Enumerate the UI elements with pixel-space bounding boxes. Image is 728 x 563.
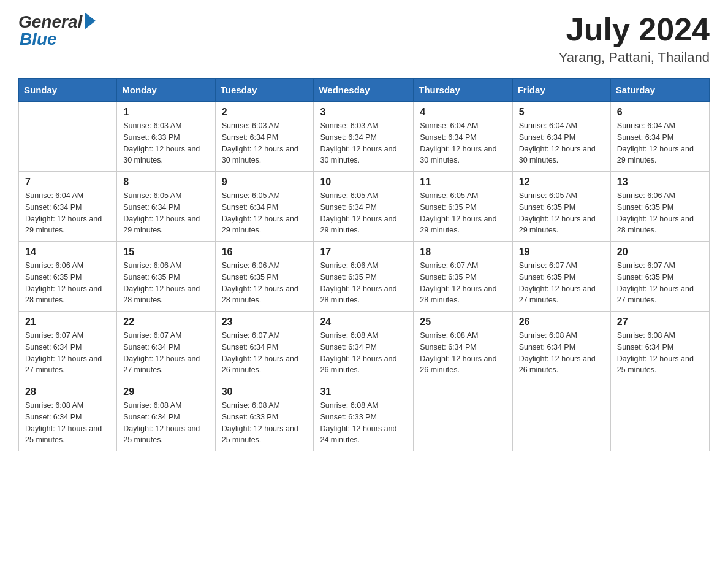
day-info: Sunrise: 6:04 AMSunset: 6:34 PMDaylight:… <box>617 120 703 166</box>
day-number: 4 <box>420 107 506 118</box>
calendar-week-row: 28Sunrise: 6:08 AMSunset: 6:34 PMDayligh… <box>19 381 710 451</box>
day-info: Sunrise: 6:08 AMSunset: 6:34 PMDaylight:… <box>420 330 506 376</box>
calendar-cell: 4Sunrise: 6:04 AMSunset: 6:34 PMDaylight… <box>414 102 512 172</box>
day-number: 26 <box>519 316 604 327</box>
day-info: Sunrise: 6:06 AMSunset: 6:35 PMDaylight:… <box>222 260 308 306</box>
day-number: 30 <box>222 386 308 397</box>
logo: General Blue <box>18 12 96 49</box>
day-info: Sunrise: 6:07 AMSunset: 6:34 PMDaylight:… <box>222 330 308 376</box>
day-info: Sunrise: 6:06 AMSunset: 6:35 PMDaylight:… <box>123 260 208 306</box>
calendar-cell <box>414 381 512 451</box>
calendar-cell <box>610 381 709 451</box>
calendar-cell: 6Sunrise: 6:04 AMSunset: 6:34 PMDaylight… <box>610 102 709 172</box>
day-info: Sunrise: 6:05 AMSunset: 6:35 PMDaylight:… <box>420 190 506 236</box>
calendar-cell: 5Sunrise: 6:04 AMSunset: 6:34 PMDaylight… <box>512 102 610 172</box>
day-number: 20 <box>617 247 703 258</box>
day-info: Sunrise: 6:06 AMSunset: 6:35 PMDaylight:… <box>320 260 407 306</box>
calendar-cell: 9Sunrise: 6:05 AMSunset: 6:34 PMDaylight… <box>215 172 314 242</box>
calendar-header-thursday: Thursday <box>414 79 512 102</box>
day-info: Sunrise: 6:08 AMSunset: 6:33 PMDaylight:… <box>222 400 308 446</box>
calendar-cell: 31Sunrise: 6:08 AMSunset: 6:33 PMDayligh… <box>314 381 414 451</box>
calendar-cell: 20Sunrise: 6:07 AMSunset: 6:35 PMDayligh… <box>610 242 709 312</box>
calendar-cell: 15Sunrise: 6:06 AMSunset: 6:35 PMDayligh… <box>117 242 215 312</box>
day-number: 5 <box>519 107 604 118</box>
calendar-header-tuesday: Tuesday <box>215 79 314 102</box>
logo-blue-text: Blue <box>18 29 57 49</box>
day-number: 24 <box>320 316 407 327</box>
calendar-cell: 21Sunrise: 6:07 AMSunset: 6:34 PMDayligh… <box>19 312 117 381</box>
calendar-cell: 22Sunrise: 6:07 AMSunset: 6:34 PMDayligh… <box>117 312 215 381</box>
logo-arrow-icon <box>85 12 96 29</box>
calendar-week-row: 1Sunrise: 6:03 AMSunset: 6:33 PMDaylight… <box>19 102 710 172</box>
calendar-cell <box>512 381 610 451</box>
day-info: Sunrise: 6:07 AMSunset: 6:34 PMDaylight:… <box>123 330 208 376</box>
calendar-cell: 30Sunrise: 6:08 AMSunset: 6:33 PMDayligh… <box>215 381 314 451</box>
calendar-cell: 8Sunrise: 6:05 AMSunset: 6:34 PMDaylight… <box>117 172 215 242</box>
calendar-cell: 1Sunrise: 6:03 AMSunset: 6:33 PMDaylight… <box>117 102 215 172</box>
day-number: 19 <box>519 247 604 258</box>
day-number: 9 <box>222 177 308 188</box>
day-info: Sunrise: 6:05 AMSunset: 6:35 PMDaylight:… <box>519 190 604 236</box>
day-info: Sunrise: 6:05 AMSunset: 6:34 PMDaylight:… <box>123 190 208 236</box>
calendar-cell: 18Sunrise: 6:07 AMSunset: 6:35 PMDayligh… <box>414 242 512 312</box>
day-number: 1 <box>123 107 208 118</box>
day-number: 23 <box>222 316 308 327</box>
calendar-week-row: 14Sunrise: 6:06 AMSunset: 6:35 PMDayligh… <box>19 242 710 312</box>
calendar-week-row: 7Sunrise: 6:04 AMSunset: 6:34 PMDaylight… <box>19 172 710 242</box>
calendar-cell: 14Sunrise: 6:06 AMSunset: 6:35 PMDayligh… <box>19 242 117 312</box>
calendar-header-sunday: Sunday <box>19 79 117 102</box>
day-info: Sunrise: 6:08 AMSunset: 6:34 PMDaylight:… <box>320 330 407 376</box>
day-number: 22 <box>123 316 208 327</box>
day-info: Sunrise: 6:08 AMSunset: 6:34 PMDaylight:… <box>617 330 703 376</box>
day-info: Sunrise: 6:03 AMSunset: 6:33 PMDaylight:… <box>123 120 208 166</box>
calendar-cell: 2Sunrise: 6:03 AMSunset: 6:34 PMDaylight… <box>215 102 314 172</box>
calendar-cell: 29Sunrise: 6:08 AMSunset: 6:34 PMDayligh… <box>117 381 215 451</box>
day-info: Sunrise: 6:08 AMSunset: 6:33 PMDaylight:… <box>320 400 407 446</box>
page-header: General Blue July 2024 Yarang, Pattani, … <box>18 12 710 66</box>
calendar-cell: 24Sunrise: 6:08 AMSunset: 6:34 PMDayligh… <box>314 312 414 381</box>
day-info: Sunrise: 6:04 AMSunset: 6:34 PMDaylight:… <box>519 120 604 166</box>
day-info: Sunrise: 6:06 AMSunset: 6:35 PMDaylight:… <box>25 260 110 306</box>
day-number: 12 <box>519 177 604 188</box>
day-info: Sunrise: 6:08 AMSunset: 6:34 PMDaylight:… <box>519 330 604 376</box>
calendar-cell: 10Sunrise: 6:05 AMSunset: 6:34 PMDayligh… <box>314 172 414 242</box>
day-info: Sunrise: 6:05 AMSunset: 6:34 PMDaylight:… <box>320 190 407 236</box>
day-info: Sunrise: 6:06 AMSunset: 6:35 PMDaylight:… <box>617 190 703 236</box>
day-number: 15 <box>123 247 208 258</box>
day-info: Sunrise: 6:07 AMSunset: 6:34 PMDaylight:… <box>25 330 110 376</box>
calendar-cell: 23Sunrise: 6:07 AMSunset: 6:34 PMDayligh… <box>215 312 314 381</box>
day-info: Sunrise: 6:04 AMSunset: 6:34 PMDaylight:… <box>25 190 110 236</box>
day-number: 21 <box>25 316 110 327</box>
day-number: 10 <box>320 177 407 188</box>
calendar-cell <box>19 102 117 172</box>
calendar-cell: 3Sunrise: 6:03 AMSunset: 6:34 PMDaylight… <box>314 102 414 172</box>
day-info: Sunrise: 6:07 AMSunset: 6:35 PMDaylight:… <box>420 260 506 306</box>
day-number: 2 <box>222 107 308 118</box>
calendar-header-saturday: Saturday <box>610 79 709 102</box>
calendar-cell: 17Sunrise: 6:06 AMSunset: 6:35 PMDayligh… <box>314 242 414 312</box>
calendar-cell: 19Sunrise: 6:07 AMSunset: 6:35 PMDayligh… <box>512 242 610 312</box>
calendar-header-row: SundayMondayTuesdayWednesdayThursdayFrid… <box>19 79 710 102</box>
day-number: 16 <box>222 247 308 258</box>
day-info: Sunrise: 6:04 AMSunset: 6:34 PMDaylight:… <box>420 120 506 166</box>
day-number: 14 <box>25 247 110 258</box>
day-number: 25 <box>420 316 506 327</box>
day-info: Sunrise: 6:07 AMSunset: 6:35 PMDaylight:… <box>519 260 604 306</box>
calendar-cell: 7Sunrise: 6:04 AMSunset: 6:34 PMDaylight… <box>19 172 117 242</box>
calendar-cell: 11Sunrise: 6:05 AMSunset: 6:35 PMDayligh… <box>414 172 512 242</box>
day-number: 11 <box>420 177 506 188</box>
calendar-cell: 12Sunrise: 6:05 AMSunset: 6:35 PMDayligh… <box>512 172 610 242</box>
day-number: 29 <box>123 386 208 397</box>
day-info: Sunrise: 6:03 AMSunset: 6:34 PMDaylight:… <box>222 120 308 166</box>
calendar-week-row: 21Sunrise: 6:07 AMSunset: 6:34 PMDayligh… <box>19 312 710 381</box>
calendar-cell: 26Sunrise: 6:08 AMSunset: 6:34 PMDayligh… <box>512 312 610 381</box>
day-number: 6 <box>617 107 703 118</box>
month-year-title: July 2024 <box>559 12 710 47</box>
day-info: Sunrise: 6:07 AMSunset: 6:35 PMDaylight:… <box>617 260 703 306</box>
day-number: 27 <box>617 316 703 327</box>
day-number: 28 <box>25 386 110 397</box>
calendar-header-monday: Monday <box>117 79 215 102</box>
location-title: Yarang, Pattani, Thailand <box>559 50 710 66</box>
title-block: July 2024 Yarang, Pattani, Thailand <box>559 12 710 66</box>
calendar-cell: 27Sunrise: 6:08 AMSunset: 6:34 PMDayligh… <box>610 312 709 381</box>
